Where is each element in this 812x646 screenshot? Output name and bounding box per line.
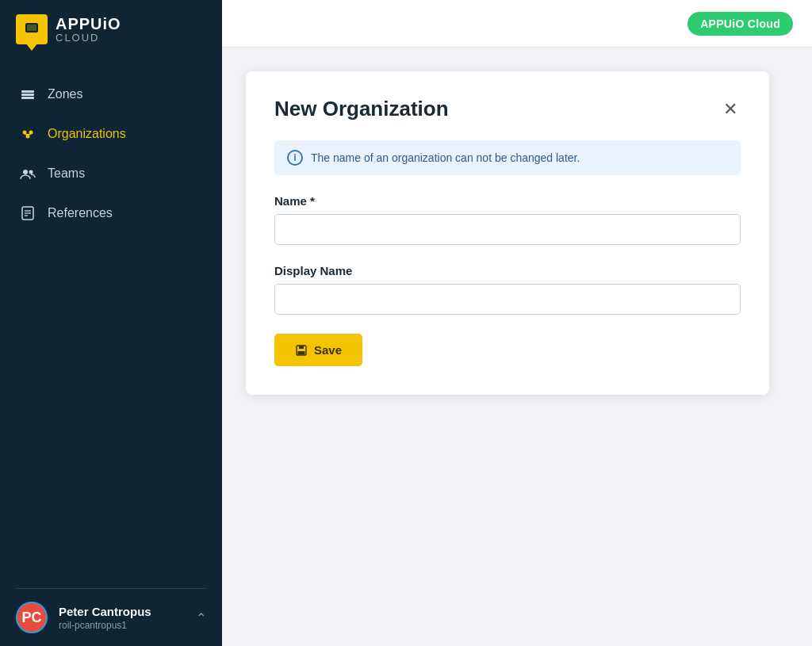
name-input[interactable] [274, 214, 741, 245]
display-name-label: Display Name [274, 264, 741, 277]
svg-rect-18 [299, 346, 304, 349]
layers-icon [19, 86, 36, 103]
save-button[interactable]: Save [274, 334, 362, 366]
main-content: APPUiO Cloud New Organization ✕ i The na… [222, 0, 812, 646]
user-section[interactable]: PC Peter Cantropus roil-pcantropus1 ⌃ [0, 589, 222, 646]
close-button[interactable]: ✕ [720, 97, 741, 121]
references-icon [19, 205, 36, 222]
logo-appuio-text: APPUiO [56, 15, 121, 32]
sidebar-item-references-label: References [48, 206, 113, 220]
logo-icon [16, 14, 48, 44]
svg-rect-1 [27, 25, 36, 31]
teams-icon [19, 165, 36, 182]
info-text: The name of an organization can not be c… [311, 151, 580, 164]
svg-rect-19 [298, 351, 305, 354]
svg-point-11 [23, 170, 28, 174]
user-name: Peter Cantropus [59, 605, 185, 618]
name-field-group: Name * [274, 194, 741, 245]
svg-point-7 [26, 135, 30, 139]
appuio-cloud-badge: APPUiO Cloud [688, 12, 793, 36]
sidebar-item-organizations-label: Organizations [48, 127, 126, 141]
sidebar-item-zones[interactable]: Zones [0, 75, 222, 114]
sidebar-item-organizations[interactable]: Organizations [0, 114, 222, 154]
logo-text: APPUiO CLOUD [56, 15, 121, 44]
name-label: Name * [274, 194, 741, 208]
chevron-up-icon: ⌃ [196, 610, 206, 625]
svg-point-5 [23, 131, 27, 135]
save-label: Save [314, 343, 342, 357]
svg-point-6 [29, 131, 33, 135]
new-org-modal: New Organization ✕ i The name of an orga… [246, 71, 769, 395]
info-banner: i The name of an organization can not be… [274, 140, 741, 175]
sidebar-item-references[interactable]: References [0, 193, 222, 233]
svg-rect-3 [21, 94, 34, 96]
avatar: PC [16, 602, 48, 633]
nav-menu: Zones Organizations [0, 75, 222, 588]
logo-area: APPUiO CLOUD [0, 0, 222, 59]
save-icon [295, 344, 308, 357]
logo-cloud-text: CLOUD [56, 32, 121, 44]
svg-rect-2 [21, 90, 34, 93]
org-icon [19, 125, 36, 143]
modal-title: New Organization [274, 97, 449, 121]
svg-rect-4 [21, 97, 34, 99]
info-icon: i [287, 150, 303, 166]
sidebar-item-teams-label: Teams [48, 166, 85, 181]
svg-point-12 [29, 170, 33, 174]
sidebar-item-zones-label: Zones [48, 87, 82, 101]
user-info: Peter Cantropus roil-pcantropus1 [59, 605, 185, 631]
sidebar-item-teams[interactable]: Teams [0, 154, 222, 193]
topbar: APPUiO Cloud [222, 0, 812, 48]
modal-header: New Organization ✕ [274, 97, 741, 121]
display-name-field-group: Display Name [274, 264, 741, 315]
user-username: roil-pcantropus1 [59, 620, 185, 631]
sidebar: APPUiO CLOUD Zones [0, 0, 222, 646]
content-area: New Organization ✕ i The name of an orga… [222, 48, 812, 646]
display-name-input[interactable] [274, 284, 741, 315]
